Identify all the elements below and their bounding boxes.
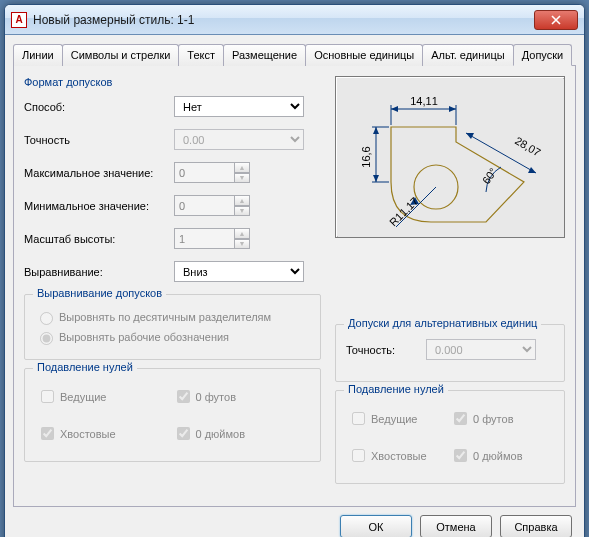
spin-up-icon: ▲ xyxy=(234,195,250,206)
dim-top: 14,11 xyxy=(410,95,438,107)
tab-primary-units[interactable]: Основные единицы xyxy=(305,44,423,66)
select-precision: 0.00 xyxy=(174,129,304,150)
group-title-align: Выравнивание допусков xyxy=(33,287,166,299)
tab-text[interactable]: Текст xyxy=(178,44,224,66)
preview-svg: 14,11 16,6 28,07 xyxy=(336,77,566,239)
radio-label-decimal: Выровнять по десятичным разделителям xyxy=(59,311,271,323)
label-max: Максимальное значение: xyxy=(24,167,174,179)
close-icon xyxy=(551,15,561,25)
check-label-feet: 0 футов xyxy=(196,391,236,403)
select-method[interactable]: Нет xyxy=(174,96,304,117)
group-alt-zero-suppress: Подавление нулей Ведущие 0 футов xyxy=(335,390,565,484)
check-label-alt-trailing: Хвостовые xyxy=(371,450,427,462)
group-zero-suppress: Подавление нулей Ведущие 0 футов xyxy=(24,368,321,462)
dim-left: 16,6 xyxy=(360,146,372,167)
label-alt-precision: Точность: xyxy=(346,344,426,356)
spin-down-icon: ▼ xyxy=(234,239,250,250)
tab-page: Формат допусков Способ: Нет Точность 0.0… xyxy=(13,66,576,507)
check-label-inches: 0 дюймов xyxy=(196,428,246,440)
titlebar[interactable]: A Новый размерный стиль: 1-1 xyxy=(5,5,584,35)
check-alt-inches xyxy=(454,449,467,462)
group-title-alt-zero: Подавление нулей xyxy=(344,383,448,395)
dialog-buttons: ОК Отмена Справка xyxy=(13,515,576,537)
tab-symbols[interactable]: Символы и стрелки xyxy=(62,44,180,66)
radio-align-decimal xyxy=(40,312,53,325)
dimension-preview: 14,11 16,6 28,07 xyxy=(335,76,565,238)
client-area: Линии Символы и стрелки Текст Размещение… xyxy=(5,35,584,537)
tab-strip: Линии Символы и стрелки Текст Размещение… xyxy=(13,43,576,66)
label-scale: Масштаб высоты: xyxy=(24,233,174,245)
check-label-leading: Ведущие xyxy=(60,391,106,403)
check-label-alt-leading: Ведущие xyxy=(371,413,417,425)
check-feet xyxy=(177,390,190,403)
cancel-button[interactable]: Отмена xyxy=(420,515,492,537)
spinner-scale: ▲ ▼ xyxy=(174,228,250,249)
tab-fit[interactable]: Размещение xyxy=(223,44,306,66)
spinner-max: ▲ ▼ xyxy=(174,162,250,183)
label-align: Выравнивание: xyxy=(24,266,174,278)
spin-up-icon: ▲ xyxy=(234,228,250,239)
spin-down-icon: ▼ xyxy=(234,206,250,217)
window-title: Новый размерный стиль: 1-1 xyxy=(33,13,534,27)
radio-align-op xyxy=(40,332,53,345)
check-inches xyxy=(177,427,190,440)
check-alt-trailing xyxy=(352,449,365,462)
select-align[interactable]: Вниз xyxy=(174,261,304,282)
check-alt-feet xyxy=(454,412,467,425)
close-button[interactable] xyxy=(534,10,578,30)
tab-alt-units[interactable]: Альт. единицы xyxy=(422,44,513,66)
label-min: Минимальное значение: xyxy=(24,200,174,212)
spinner-min: ▲ ▼ xyxy=(174,195,250,216)
select-alt-precision: 0.000 xyxy=(426,339,536,360)
check-label-trailing: Хвостовые xyxy=(60,428,116,440)
group-tolerance-align: Выравнивание допусков Выровнять по десят… xyxy=(24,294,321,360)
check-alt-leading xyxy=(352,412,365,425)
label-precision: Точность xyxy=(24,134,174,146)
radio-label-op: Выровнять рабочие обозначения xyxy=(59,331,229,343)
check-label-alt-feet: 0 футов xyxy=(473,413,513,425)
input-max xyxy=(174,162,234,183)
dialog-window: A Новый размерный стиль: 1-1 Линии Симво… xyxy=(4,4,585,537)
label-method: Способ: xyxy=(24,101,174,113)
spin-up-icon: ▲ xyxy=(234,162,250,173)
check-label-alt-inches: 0 дюймов xyxy=(473,450,523,462)
group-alt-tolerance: Допуски для альтернативных единиц Точнос… xyxy=(335,324,565,382)
ok-button[interactable]: ОК xyxy=(340,515,412,537)
tab-tolerances[interactable]: Допуски xyxy=(513,44,572,66)
group-title-alt: Допуски для альтернативных единиц xyxy=(344,317,541,329)
input-min xyxy=(174,195,234,216)
check-leading xyxy=(41,390,54,403)
spin-down-icon: ▼ xyxy=(234,173,250,184)
help-button[interactable]: Справка xyxy=(500,515,572,537)
group-title-zero: Подавление нулей xyxy=(33,361,137,373)
app-icon: A xyxy=(11,12,27,28)
input-scale xyxy=(174,228,234,249)
group-title-format: Формат допусков xyxy=(24,76,321,88)
tab-lines[interactable]: Линии xyxy=(13,44,63,66)
check-trailing xyxy=(41,427,54,440)
